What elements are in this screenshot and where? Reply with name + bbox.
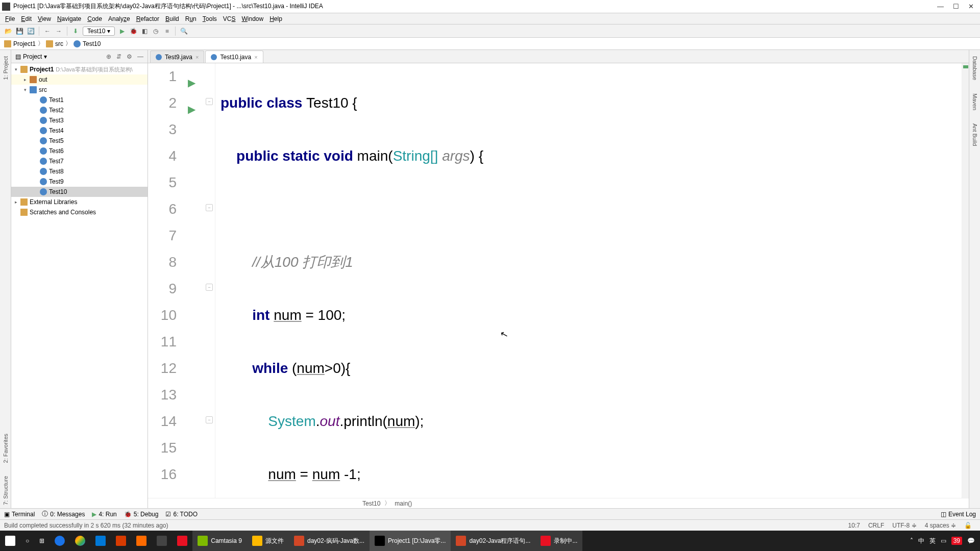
tool-ant[interactable]: Ant Build [972,120,978,149]
notif-badge[interactable]: 39 [951,537,962,545]
debug-icon[interactable]: 🐞 [129,27,137,35]
ime-icon[interactable]: 中 [918,537,924,545]
crumb-class[interactable]: Test10 [362,500,380,507]
target-icon[interactable]: ⊕ [106,53,111,60]
expand-icon[interactable]: ▸ [13,199,18,205]
project-title[interactable]: ▤ Project ▾ [15,53,103,60]
refresh-icon[interactable]: 🔄 [27,27,35,35]
run-line-icon[interactable]: ▶ [188,69,195,96]
tab-test9[interactable]: Test9.java × [150,51,204,63]
task-ppt2[interactable]: day02-Java程序语句... [451,531,535,551]
editor-scrollbar[interactable] [962,63,969,498]
cortana-icon[interactable]: ○ [20,531,34,551]
browser-icon[interactable] [50,531,70,551]
app-icon[interactable] [152,531,172,551]
collapse-icon[interactable]: ▾ [22,87,28,92]
back-icon[interactable]: ← [43,27,52,35]
tree-file[interactable]: Test8 [11,166,148,177]
action-center-icon[interactable]: 💬 [967,537,975,544]
tree-file[interactable]: Test7 [11,156,148,166]
minimize-icon[interactable]: — [937,3,944,10]
task-record[interactable]: 录制中... [535,531,582,551]
fold-icon[interactable]: − [206,284,213,291]
tool-terminal[interactable]: ▣ Terminal [4,511,35,518]
app-icon[interactable] [90,531,111,551]
app-icon[interactable] [111,531,131,551]
notif-icon[interactable]: ▭ [941,537,946,544]
run-line-icon[interactable]: ▶ [188,96,195,122]
status-indent[interactable]: 4 spaces ≑ [921,522,960,529]
maximize-icon[interactable]: ☐ [953,3,959,10]
open-icon[interactable]: 📂 [4,27,12,35]
task-intellij[interactable]: Project1 [D:\Java零... [370,531,451,551]
collapse-icon[interactable]: ▾ [13,67,18,72]
project-tree[interactable]: ▾ Project1 D:\Java零基础到项目系统架构\ ▸ out ▾ sr… [11,63,148,218]
fold-icon[interactable]: − [206,416,213,423]
fold-icon[interactable]: − [206,204,213,211]
tree-file[interactable]: Test4 [11,126,148,136]
tree-root[interactable]: ▾ Project1 D:\Java零基础到项目系统架构\ [11,64,148,74]
status-encoding[interactable]: UTF-8 ≑ [888,522,920,529]
app-icon[interactable] [172,531,192,551]
run-icon[interactable]: ▶ [118,27,126,35]
tool-maven[interactable]: Maven [972,90,978,113]
task-camtasia[interactable]: Camtasia 9 [192,531,247,551]
tree-src[interactable]: ▾ src [11,85,148,95]
tree-scratches[interactable]: Scratches and Consoles [11,207,148,217]
menu-build[interactable]: Build [162,14,182,23]
crumb-method[interactable]: main() [395,500,412,507]
tree-file[interactable]: Test10 [11,187,148,197]
hide-icon[interactable]: — [137,53,143,60]
search-icon[interactable]: 🔍 [180,27,188,35]
system-tray[interactable]: ˄ 中 英 ▭ 39 💬 [905,537,980,545]
menu-window[interactable]: Window [238,14,266,23]
menu-vcs[interactable]: VCS [220,14,239,23]
status-lock-icon[interactable]: 🔓 [960,522,976,529]
close-icon[interactable]: ✕ [968,3,974,10]
status-separator[interactable]: CRLF [864,522,888,529]
coverage-icon[interactable]: ◧ [140,27,149,35]
crumb-project[interactable]: Project1 [4,40,36,47]
tree-external[interactable]: ▸ External Libraries [11,197,148,207]
expand-icon[interactable]: ▸ [22,77,28,82]
tab-test10[interactable]: Test10.java × [205,51,263,63]
chevron-up-icon[interactable]: ˄ [910,537,913,544]
taskview-icon[interactable]: ⊞ [34,531,50,551]
fold-icon[interactable]: − [206,98,213,105]
code-content[interactable]: public class Test10 { public static void… [215,63,962,498]
forward-icon[interactable]: → [55,27,63,35]
menu-code[interactable]: Code [84,14,105,23]
ime-icon2[interactable]: 英 [929,537,936,545]
tree-file[interactable]: Test3 [11,115,148,126]
menu-edit[interactable]: Edit [18,14,35,23]
code-editor[interactable]: 12345678910111213141516 ▶ ▶ − − − − publ… [148,63,969,498]
collapse-icon[interactable]: ⇵ [116,53,121,60]
tool-run[interactable]: ▶ 4: Run [92,511,116,518]
menu-analyze[interactable]: Analyze [105,14,133,23]
event-log[interactable]: ◫ Event Log [941,511,976,518]
menu-file[interactable]: File [2,14,18,23]
tool-favorites[interactable]: 2: Favorites [3,431,9,466]
tool-database[interactable]: Database [972,53,978,83]
menu-help[interactable]: Help [266,14,285,23]
stop-icon[interactable]: ■ [163,27,171,35]
status-pos[interactable]: 10:7 [844,522,864,529]
gear-icon[interactable]: ⚙ [127,53,132,60]
run-config-selector[interactable]: Test10 ▾ [83,27,115,36]
tool-messages[interactable]: ⓘ 0: Messages [42,510,85,518]
tree-out[interactable]: ▸ out [11,74,148,85]
tool-todo[interactable]: ☑ 6: TODO [165,511,198,518]
profile-icon[interactable]: ◷ [152,27,160,35]
menu-navigate[interactable]: Navigate [54,14,84,23]
tool-structure[interactable]: 7: Structure [3,473,9,508]
tree-file[interactable]: Test1 [11,95,148,105]
build-icon[interactable]: ⬇ [71,27,80,35]
tool-project[interactable]: 1: Project [3,53,9,83]
menu-run[interactable]: Run [182,14,200,23]
start-button[interactable] [0,531,20,551]
tree-file[interactable]: Test6 [11,146,148,156]
app-icon[interactable] [131,531,152,551]
task-ppt1[interactable]: day02-疯码-Java数... [289,531,370,551]
task-folder[interactable]: 源文件 [247,531,289,551]
menu-tools[interactable]: Tools [200,14,220,23]
